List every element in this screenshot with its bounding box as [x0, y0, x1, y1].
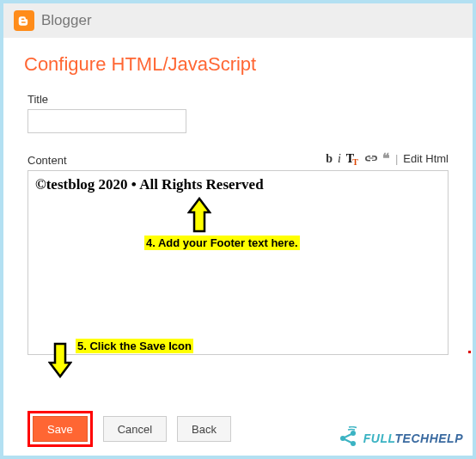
save-button[interactable]: Save — [33, 416, 88, 442]
quote-icon[interactable]: ❝ — [382, 150, 390, 167]
annotation-step4: 4. Add your Footer text here. — [144, 236, 300, 250]
content-text: ©testblog 2020 • All Rights Reserved — [35, 176, 441, 193]
annotation-save-highlight: Save — [27, 411, 93, 447]
content-toolbar: b i TT ❝ | Edit Html — [326, 150, 449, 167]
toolbar-separator: | — [395, 152, 398, 165]
app-header: Blogger — [3, 3, 473, 38]
italic-icon[interactable]: i — [338, 152, 341, 166]
watermark-icon — [336, 426, 360, 450]
page-title: Configure HTML/JavaScript — [3, 38, 473, 84]
watermark: FULLTECHHELP — [336, 426, 463, 450]
content-editor[interactable]: ©testblog 2020 • All Rights Reserved 4. … — [27, 170, 449, 355]
back-button[interactable]: Back — [177, 416, 231, 442]
title-label: Title — [27, 93, 449, 106]
annotation-arrow-up-icon — [187, 197, 211, 235]
annotation-arrow-down-icon — [48, 340, 72, 378]
blogger-logo-icon — [14, 10, 34, 31]
title-input[interactable] — [27, 109, 186, 133]
svg-line-3 — [343, 433, 353, 438]
svg-line-4 — [343, 438, 353, 444]
marker-dot — [468, 351, 471, 353]
widget-form: Title Content b i TT ❝ | Edit Html ©test… — [3, 84, 473, 399]
watermark-text: FULLTECHHELP — [363, 431, 463, 445]
annotation-step5: 5. Click the Save Icon — [76, 339, 193, 353]
bold-icon[interactable]: b — [326, 152, 333, 166]
app-name: Blogger — [41, 12, 92, 29]
edit-html-link[interactable]: Edit Html — [403, 152, 449, 165]
link-icon[interactable] — [365, 152, 377, 166]
button-row: Save Cancel Back FULLTECHHELP — [3, 399, 473, 456]
text-color-icon[interactable]: TT — [346, 152, 360, 166]
content-label: Content — [27, 154, 67, 167]
cancel-button[interactable]: Cancel — [103, 416, 167, 442]
